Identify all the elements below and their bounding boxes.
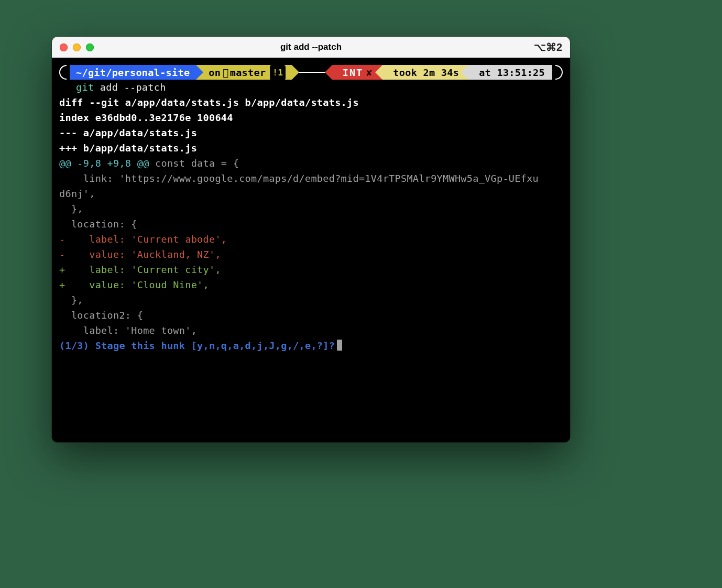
branch-prefix: on — [209, 65, 221, 80]
window-title: git add --patch — [52, 42, 570, 52]
prompt-segment-branch: on  master !1 — [196, 65, 292, 80]
close-icon[interactable] — [60, 43, 68, 51]
terminal-window[interactable]: git add --patch ⌥⌘2 ~/git/personal-site … — [52, 37, 570, 442]
stage-hunk-prompt-line[interactable]: (1/3) Stage this hunk [y,n,q,a,d,j,J,g,/… — [59, 338, 563, 353]
diff-context-line: }, — [59, 292, 563, 308]
window-shortcut: ⌥⌘2 — [534, 41, 562, 53]
took-label: took 2m 34s — [393, 65, 459, 80]
hunk-context: const data = { — [149, 158, 239, 169]
prompt-line: ~/git/personal-site on  master !1 INT ✘… — [59, 65, 563, 80]
diff-removed-line: - value: 'Auckland, NZ', — [59, 247, 563, 262]
prompt-segment-path: ~/git/personal-site — [70, 65, 196, 80]
diff-context-line: link: 'https://www.google.com/maps/d/emb… — [59, 171, 563, 186]
diff-removed-line: - label: 'Current abode', — [59, 232, 563, 247]
diff-context-line: label: 'Home town', — [59, 323, 563, 338]
chevron-right-icon — [292, 65, 299, 80]
chevron-left-icon — [325, 65, 332, 80]
cursor-icon — [337, 340, 342, 351]
hunk-marker: @@ -9,8 +9,8 @@ — [59, 158, 149, 169]
diff-hunk-header: @@ -9,8 +9,8 @@ const data = { — [59, 156, 563, 171]
titlebar: git add --patch ⌥⌘2 — [52, 37, 570, 58]
zoom-icon[interactable] — [86, 43, 94, 51]
diff-added-line: + label: 'Current city', — [59, 262, 563, 277]
command-line: git add --patch — [59, 80, 563, 95]
traffic-lights — [52, 43, 94, 51]
prompt-left-cap — [59, 65, 67, 80]
int-label: INT — [343, 65, 363, 80]
prompt-fill — [296, 72, 328, 73]
diff-context-line: d6nj', — [59, 186, 563, 201]
chevron-left-icon — [461, 65, 468, 80]
stage-hunk-prompt: (1/3) Stage this hunk [y,n,q,a,d,j,J,g,/… — [59, 340, 335, 351]
chevron-right-icon — [196, 65, 203, 80]
diff-header: diff --git a/app/data/stats.js b/app/dat… — [59, 95, 563, 110]
branch-name: master — [230, 65, 266, 80]
prompt-segment-time: at 13:51:25 — [468, 65, 552, 80]
command-args: add --patch — [94, 82, 166, 93]
prompt-right-cap — [555, 65, 563, 80]
diff-context-line: }, — [59, 201, 563, 216]
diff-old-file: --- a/app/data/stats.js — [59, 125, 563, 140]
minimize-icon[interactable] — [73, 43, 81, 51]
diff-new-file: +++ b/app/data/stats.js — [59, 140, 563, 156]
time-label: at 13:51:25 — [479, 65, 545, 80]
diff-index: index e36dbd0..3e2176e 100644 — [59, 110, 563, 125]
diff-context-line: location: { — [59, 216, 563, 232]
x-icon: ✘ — [366, 65, 373, 80]
branch-status: !1 — [270, 65, 286, 80]
prompt-segment-took: took 2m 34s — [382, 65, 468, 80]
path-repo: personal-site — [112, 65, 190, 80]
terminal-body[interactable]: ~/git/personal-site on  master !1 INT ✘… — [52, 58, 570, 353]
diff-context-line: location2: { — [59, 308, 563, 323]
command-git: git — [76, 82, 94, 93]
diff-added-line: + value: 'Cloud Nine', — [59, 277, 563, 292]
git-branch-icon:  — [223, 65, 228, 80]
chevron-left-icon — [375, 65, 382, 80]
path-prefix: ~/git/ — [76, 65, 112, 80]
